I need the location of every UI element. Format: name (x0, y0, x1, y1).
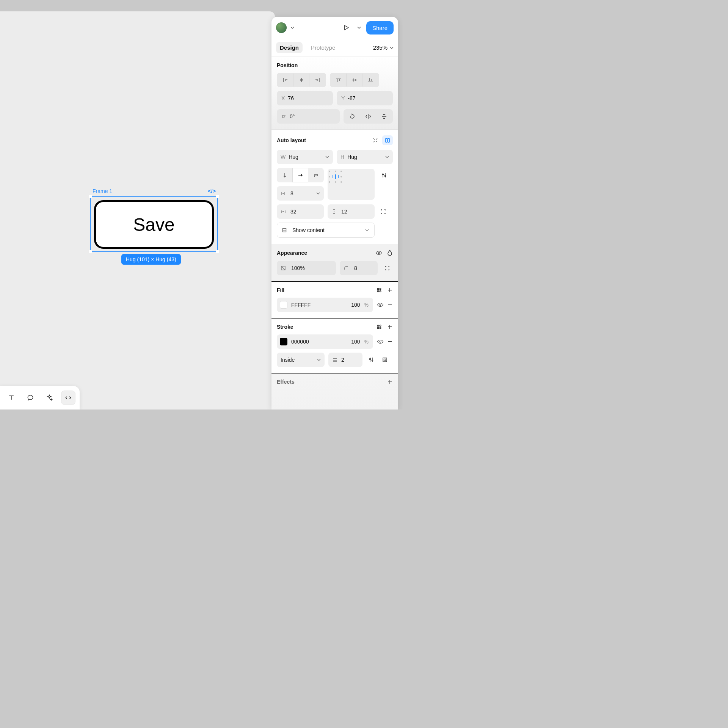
effects-section: Effects (271, 373, 398, 389)
svg-rect-20 (384, 359, 386, 361)
stroke-remove-icon[interactable] (387, 339, 393, 345)
styles-icon[interactable] (376, 287, 382, 293)
svg-point-12 (377, 325, 379, 326)
h-padding-input[interactable]: 32 (277, 204, 324, 219)
opacity-icon (281, 265, 287, 271)
appearance-section: Appearance 100% 8 (271, 244, 398, 282)
stroke-width-input[interactable]: 2 (328, 353, 362, 367)
individual-padding-icon[interactable] (378, 207, 388, 217)
opacity-input[interactable]: 100% (277, 261, 336, 275)
stroke-width-icon (332, 357, 337, 362)
chevron-down-icon (364, 228, 370, 232)
rotation-input[interactable]: 0° (277, 109, 340, 124)
blend-icon[interactable] (387, 249, 393, 256)
stroke-styles-icon[interactable] (376, 324, 382, 330)
clip-icon (282, 228, 289, 233)
right-panel: Share Design Prototype 235% Position (271, 17, 398, 410)
stroke-opacity: 100 (345, 339, 360, 345)
fill-color-input[interactable]: FFFFFF 100 % (277, 298, 373, 312)
flip-v-icon[interactable] (376, 110, 392, 123)
y-input[interactable]: Y -87 (337, 91, 393, 105)
visibility-icon[interactable] (375, 249, 382, 256)
al-settings-icon[interactable] (378, 169, 390, 181)
fill-remove-icon[interactable] (387, 302, 393, 308)
user-avatar[interactable] (276, 22, 287, 33)
rotate-90-icon[interactable] (344, 110, 360, 123)
flip-h-icon[interactable] (360, 110, 376, 123)
dev-mode-tool-icon[interactable] (61, 391, 75, 405)
direction-wrap-icon[interactable] (308, 168, 324, 182)
ai-tool-icon[interactable] (42, 391, 56, 405)
radius-icon (344, 265, 350, 271)
direction-vertical-icon[interactable] (277, 168, 292, 182)
text-tool-icon[interactable] (5, 391, 18, 405)
autolayout-section: Auto layout W Hug H Hug (271, 130, 398, 244)
stroke-swatch[interactable] (280, 338, 287, 345)
stroke-color-input[interactable]: 000000 100 % (277, 334, 373, 349)
fill-visibility-icon[interactable] (377, 301, 384, 308)
align-top-icon[interactable] (331, 74, 347, 86)
resize-handle-tr[interactable] (216, 195, 219, 198)
width-mode-input[interactable]: W Hug (277, 150, 333, 164)
rotation-value: 0° (290, 113, 295, 119)
clip-content-select[interactable]: Show content (277, 223, 375, 238)
present-button[interactable] (340, 22, 352, 33)
fill-title: Fill (277, 287, 376, 293)
frame-label[interactable]: Frame 1 (93, 188, 112, 194)
alignment-center-indicator (331, 174, 340, 179)
zoom-value[interactable]: 235% (373, 44, 388, 51)
svg-point-9 (377, 290, 379, 292)
stroke-visibility-icon[interactable] (377, 338, 384, 345)
resize-handle-tl[interactable] (89, 195, 92, 198)
resize-handle-bl[interactable] (89, 250, 92, 253)
add-fill-icon[interactable] (387, 287, 393, 293)
direction-horizontal-icon[interactable] (292, 168, 308, 182)
v-padding-input[interactable]: 12 (328, 204, 375, 219)
stroke-position-select[interactable]: Inside (277, 353, 325, 367)
stroke-per-side-icon[interactable] (380, 355, 390, 365)
zoom-chevron-icon[interactable] (390, 46, 394, 50)
stroke-position-value: Inside (281, 357, 314, 363)
w-label: W (281, 154, 286, 160)
gap-input[interactable]: 8 (277, 186, 324, 201)
selection-outline (90, 196, 218, 252)
svg-point-7 (377, 288, 379, 290)
present-dropdown-icon[interactable] (355, 22, 363, 33)
align-bottom-icon[interactable] (362, 74, 378, 86)
al-mode-stack-icon[interactable] (382, 135, 393, 145)
w-value: Hug (289, 154, 322, 160)
add-effect-icon[interactable] (387, 379, 393, 385)
share-button[interactable]: Share (366, 21, 394, 35)
stroke-title: Stroke (277, 324, 376, 330)
comment-tool-icon[interactable] (24, 391, 37, 405)
align-h-center-icon[interactable] (293, 74, 309, 86)
canvas[interactable]: Frame 1 </> Save Hug (101) × Hug (43) (0, 11, 275, 410)
h-padding-value: 32 (290, 209, 320, 215)
individual-radius-icon[interactable] (381, 265, 393, 271)
x-input[interactable]: X 76 (277, 91, 333, 105)
v-padding-icon (331, 209, 338, 214)
fill-swatch[interactable] (280, 301, 287, 309)
stroke-section: Stroke 000000 100 % Inside (271, 318, 398, 373)
al-mode-collapse-icon[interactable] (370, 135, 381, 145)
svg-rect-19 (383, 358, 387, 362)
align-v-center-icon[interactable] (347, 74, 362, 86)
autolayout-title: Auto layout (277, 137, 370, 143)
tab-prototype[interactable]: Prototype (307, 42, 339, 53)
clip-value: Show content (292, 227, 361, 233)
resize-handle-br[interactable] (216, 250, 219, 253)
user-menu-chevron-icon[interactable] (290, 26, 295, 30)
effects-title: Effects (277, 379, 387, 385)
height-mode-input[interactable]: H Hug (337, 150, 393, 164)
radius-input[interactable]: 8 (340, 261, 378, 275)
stroke-advanced-icon[interactable] (366, 355, 376, 365)
position-title: Position (277, 62, 393, 68)
add-stroke-icon[interactable] (387, 324, 393, 330)
stroke-width-value: 2 (341, 357, 344, 363)
align-left-icon[interactable] (278, 74, 293, 86)
panel-top: Share (271, 17, 398, 39)
alignment-grid[interactable] (328, 169, 375, 200)
align-right-icon[interactable] (309, 74, 325, 86)
tab-design[interactable]: Design (276, 42, 303, 53)
dev-mode-icon[interactable]: </> (208, 188, 216, 194)
